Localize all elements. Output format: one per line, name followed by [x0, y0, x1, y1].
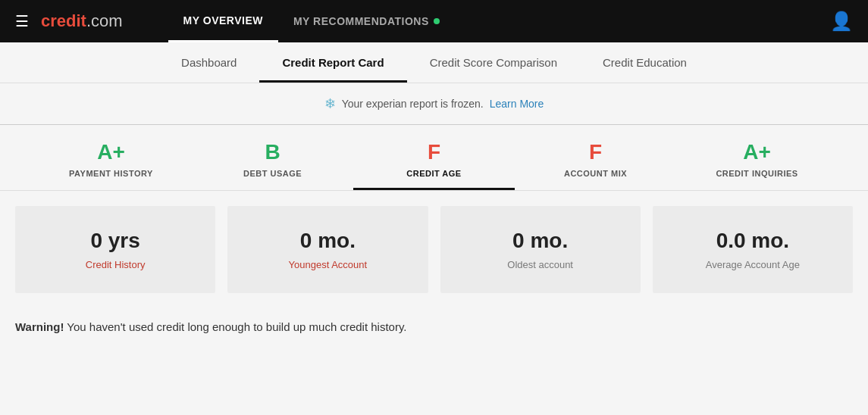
card-label-oldest-account: Oldest account	[507, 259, 573, 270]
menu-icon[interactable]: ☰	[15, 12, 29, 30]
grade-label-debt-usage: DEBT USAGE	[243, 169, 302, 178]
frozen-notice: ❄ Your experian report is frozen. Learn …	[0, 83, 868, 124]
frozen-text: Your experian report is frozen.	[342, 98, 484, 110]
data-cards-section: 0 yrs Credit History 0 mo. Youngest Acco…	[0, 191, 868, 308]
card-oldest-account: 0 mo. Oldest account	[440, 206, 641, 293]
card-youngest-account: 0 mo. Youngest Account	[227, 206, 428, 293]
warning-bold: Warning!	[15, 320, 64, 333]
green-dot-icon	[434, 18, 440, 24]
grade-payment-history[interactable]: A+ PAYMENT HISTORY	[30, 140, 192, 190]
card-label-average-account-age: Average Account Age	[706, 259, 800, 270]
user-icon[interactable]: 👤	[830, 11, 853, 32]
card-average-account-age: 0.0 mo. Average Account Age	[653, 206, 853, 293]
snowflake-icon: ❄	[324, 95, 336, 112]
secondary-nav: Dashboard Credit Report Card Credit Scor…	[0, 42, 868, 83]
nav-links: MY OVERVIEW MY RECOMMENDATIONS	[168, 0, 830, 42]
grade-label-account-mix: ACCOUNT MIX	[564, 169, 627, 178]
card-credit-history: 0 yrs Credit History	[15, 206, 215, 293]
card-value-average-account-age: 0.0 mo.	[716, 229, 789, 253]
sec-nav-dashboard[interactable]: Dashboard	[158, 42, 259, 83]
card-label-credit-history: Credit History	[86, 259, 146, 270]
grade-letter-account-mix: F	[589, 140, 602, 164]
grade-label-credit-age: CREDIT AGE	[406, 169, 461, 178]
grade-credit-inquiries[interactable]: A+ CREDIT INQUIRIES	[676, 140, 838, 190]
grade-debt-usage[interactable]: B DEBT USAGE	[192, 140, 353, 190]
grades-bar: A+ PAYMENT HISTORY B DEBT USAGE F CREDIT…	[0, 125, 868, 191]
learn-more-link[interactable]: Learn More	[490, 98, 544, 110]
grade-label-credit-inquiries: CREDIT INQUIRIES	[716, 169, 797, 178]
grade-account-mix[interactable]: F ACCOUNT MIX	[515, 140, 676, 190]
logo-dotcom: .com	[86, 11, 123, 30]
card-value-oldest-account: 0 mo.	[512, 229, 568, 253]
nav-recommendations-label: MY RECOMMENDATIONS	[293, 15, 429, 27]
grade-letter-payment-history: A+	[97, 140, 125, 164]
grade-letter-credit-age: F	[428, 140, 440, 164]
sec-nav-credit-report-card[interactable]: Credit Report Card	[259, 42, 406, 83]
nav-my-recommendations[interactable]: MY RECOMMENDATIONS	[278, 0, 455, 42]
warning-section: Warning! You haven't used credit long en…	[0, 308, 868, 345]
nav-my-overview[interactable]: MY OVERVIEW	[168, 0, 278, 42]
logo-credit: credit	[41, 11, 86, 30]
card-label-youngest-account: Youngest Account	[289, 259, 368, 270]
grade-credit-age[interactable]: F CREDIT AGE	[353, 140, 515, 190]
grade-letter-debt-usage: B	[265, 140, 280, 164]
card-value-credit-history: 0 yrs	[90, 229, 139, 253]
sec-nav-credit-education[interactable]: Credit Education	[580, 42, 710, 83]
logo: credit.com	[41, 11, 123, 31]
top-nav: ☰ credit.com MY OVERVIEW MY RECOMMENDATI…	[0, 0, 868, 42]
warning-text: You haven't used credit long enough to b…	[64, 320, 406, 333]
grade-letter-credit-inquiries: A+	[743, 140, 771, 164]
card-value-youngest-account: 0 mo.	[300, 229, 356, 253]
grade-label-payment-history: PAYMENT HISTORY	[69, 169, 153, 178]
sec-nav-credit-score-comparison[interactable]: Credit Score Comparison	[407, 42, 580, 83]
